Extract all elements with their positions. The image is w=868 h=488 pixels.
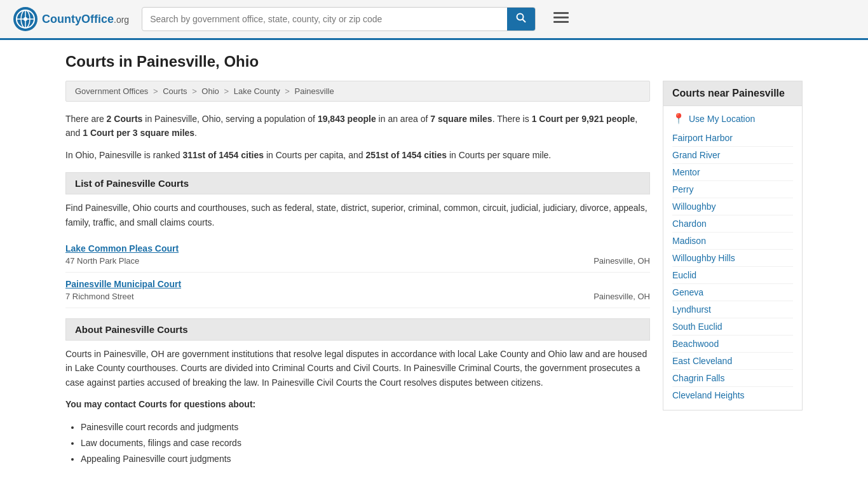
- area: 7 square miles: [430, 114, 492, 124]
- search-bar: [142, 7, 536, 31]
- sidebar-content: 📍 Use My Location Fairport HarborGrand R…: [663, 106, 803, 410]
- about-section-header: About Painesville Courts: [65, 318, 650, 341]
- court-item-2: Painesville Municipal Court 7 Richmond S…: [65, 273, 650, 308]
- bullet-item-3: Appealing Painesville court judgments: [81, 451, 650, 467]
- court-city-1: Painesville, OH: [593, 256, 650, 266]
- court-link-2[interactable]: Painesville Municipal Court: [65, 279, 181, 289]
- court-details-1: 47 North Park Place Painesville, OH: [65, 256, 650, 266]
- search-input[interactable]: [142, 9, 507, 29]
- breadcrumb-sep4: >: [285, 86, 292, 96]
- sidebar-link-fairport-harbor[interactable]: Fairport Harbor: [672, 130, 793, 147]
- svg-point-6: [517, 14, 524, 20]
- court-details-2: 7 Richmond Street Painesville, OH: [65, 292, 650, 301]
- breadcrumb-sep2: >: [192, 86, 199, 96]
- bullet-item-1: Painesville court records and judgments: [81, 419, 650, 435]
- bullet-list: Painesville court records and judgments …: [81, 419, 650, 468]
- site-header: CountyOffice.org: [0, 0, 868, 40]
- sidebar-link-chardon[interactable]: Chardon: [672, 215, 793, 233]
- breadcrumb-link-ohio[interactable]: Ohio: [201, 86, 219, 96]
- search-button[interactable]: [507, 8, 535, 30]
- court-item-1: Lake Common Pleas Court 47 North Park Pl…: [65, 237, 650, 273]
- logo-text: CountyOffice.org: [42, 13, 129, 26]
- main-layout: Government Offices > Courts > Ohio > Lak…: [65, 81, 803, 467]
- page-wrapper: Courts in Painesville, Ohio Government O…: [53, 40, 815, 480]
- sidebar-link-euclid[interactable]: Euclid: [672, 267, 793, 284]
- svg-rect-10: [553, 21, 569, 23]
- list-section-header: List of Painesville Courts: [65, 172, 650, 194]
- about-text: Courts in Painesville, OH are government…: [65, 347, 650, 390]
- logo-icon: [13, 6, 38, 32]
- svg-point-5: [24, 17, 27, 21]
- sidebar-link-perry[interactable]: Perry: [672, 181, 793, 198]
- sidebar-link-lyndhurst[interactable]: Lyndhurst: [672, 301, 793, 318]
- main-content: Government Offices > Courts > Ohio > Lak…: [65, 81, 650, 467]
- breadcrumb-link-lake[interactable]: Lake County: [234, 86, 280, 96]
- svg-line-7: [523, 20, 526, 23]
- use-location-label: Use My Location: [689, 114, 755, 124]
- sidebar-links: Fairport HarborGrand RiverMentorPerryWil…: [672, 130, 793, 403]
- breadcrumb-sep3: >: [224, 86, 231, 96]
- per-mile: 1 Court per 3 square miles: [83, 128, 194, 138]
- use-location-link[interactable]: 📍 Use My Location: [672, 112, 793, 125]
- sidebar-title: Courts near Painesville: [663, 81, 803, 106]
- location-pin-icon: 📍: [672, 112, 685, 125]
- contact-header: You may contact Courts for questions abo…: [65, 397, 650, 411]
- sidebar-link-beachwood[interactable]: Beachwood: [672, 336, 793, 353]
- sidebar-link-willoughby-hills[interactable]: Willoughby Hills: [672, 250, 793, 267]
- breadcrumb-sep1: >: [153, 86, 160, 96]
- breadcrumb-link-painesville[interactable]: Painesville: [295, 86, 334, 96]
- info-paragraph-2: In Ohio, Painesville is ranked 311st of …: [65, 148, 650, 162]
- court-address-1: 47 North Park Place: [65, 256, 139, 266]
- court-link-1[interactable]: Lake Common Pleas Court: [65, 243, 179, 254]
- search-icon: [516, 13, 526, 23]
- rank-mile: 251st of 1454 cities: [365, 150, 447, 160]
- breadcrumb-link-courts[interactable]: Courts: [163, 86, 187, 96]
- info-paragraph-1: There are 2 Courts in Painesville, Ohio,…: [65, 112, 650, 140]
- per-person: 1 Court per 9,921 people: [532, 114, 635, 124]
- page-title: Courts in Painesville, Ohio: [65, 53, 803, 71]
- sidebar: Courts near Painesville 📍 Use My Locatio…: [663, 81, 803, 467]
- sidebar-link-willoughby[interactable]: Willoughby: [672, 198, 793, 215]
- list-description: Find Painesville, Ohio courts and courth…: [65, 201, 650, 229]
- bullet-item-2: Law documents, filings and case records: [81, 435, 650, 451]
- hamburger-icon: [553, 12, 569, 24]
- svg-rect-8: [553, 12, 569, 14]
- rank-capita: 311st of 1454 cities: [182, 150, 264, 160]
- logo[interactable]: CountyOffice.org: [13, 6, 129, 32]
- breadcrumb: Government Offices > Courts > Ohio > Lak…: [65, 81, 650, 102]
- sidebar-link-east-cleveland[interactable]: East Cleveland: [672, 353, 793, 370]
- svg-rect-9: [553, 17, 569, 18]
- sidebar-link-grand-river[interactable]: Grand River: [672, 147, 793, 164]
- court-address-2: 7 Richmond Street: [65, 292, 134, 301]
- population: 19,843 people: [318, 114, 376, 124]
- court-city-2: Painesville, OH: [593, 292, 650, 301]
- sidebar-link-geneva[interactable]: Geneva: [672, 284, 793, 301]
- sidebar-link-mentor[interactable]: Mentor: [672, 164, 793, 181]
- breadcrumb-link-gov[interactable]: Government Offices: [75, 86, 148, 96]
- menu-button[interactable]: [548, 8, 574, 30]
- courts-count: 2 Courts: [107, 114, 143, 124]
- sidebar-link-south-euclid[interactable]: South Euclid: [672, 318, 793, 336]
- sidebar-link-chagrin-falls[interactable]: Chagrin Falls: [672, 370, 793, 387]
- sidebar-link-madison[interactable]: Madison: [672, 233, 793, 250]
- sidebar-link-cleveland-heights[interactable]: Cleveland Heights: [672, 387, 793, 403]
